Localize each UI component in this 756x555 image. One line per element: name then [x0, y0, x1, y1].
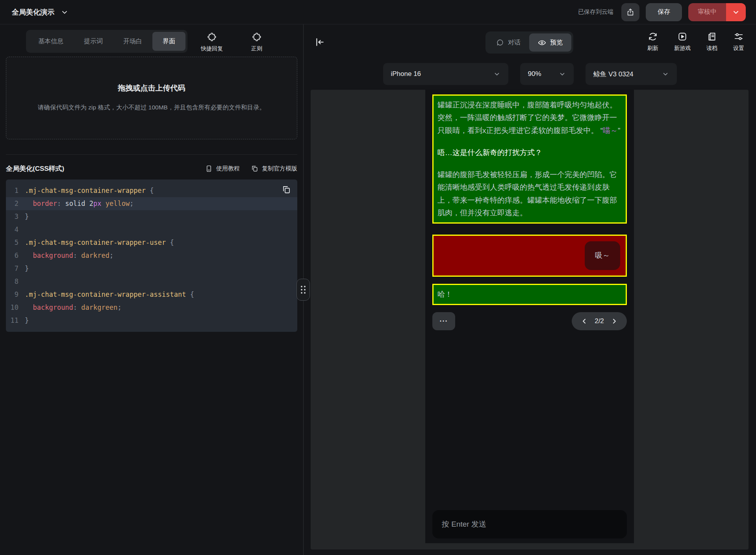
message-paragraph: 罐罐的腹部毛发被轻轻压扁，形成一个完美的凹陷。它能清晰地感受到人类呼吸的热气透过…	[437, 168, 622, 219]
copy-code-button[interactable]	[282, 185, 291, 194]
chevron-down-icon	[559, 70, 566, 78]
mode-chat[interactable]: 对话	[487, 33, 529, 52]
message-paragraph: 哈！	[437, 288, 622, 301]
review-status-label: 审核中	[698, 8, 717, 16]
messages-area: 罐罐正沉浸在深度睡眠中，腹部随着呼吸均匀地起伏。突然，一阵温暖的触感打断了它的美…	[432, 94, 627, 305]
code-line[interactable]: 3}	[6, 210, 297, 223]
code-line[interactable]: 2 border: solid 2px yellow;	[6, 197, 297, 210]
tab-界面[interactable]: 界面	[152, 32, 185, 51]
code-line[interactable]: 1.mj-chat-msg-container-wrapper {	[6, 184, 297, 197]
review-status-split-button[interactable]: 审核中	[688, 3, 746, 21]
tutorial-label: 使用教程	[216, 165, 240, 172]
preview-panel: 对话 预览 刷新	[304, 24, 756, 555]
ellipsis-icon: ...	[439, 315, 448, 324]
save-button[interactable]: 保存	[646, 3, 682, 21]
project-title-menu[interactable]: 全局美化演示	[12, 7, 69, 17]
chat-bubble-icon	[496, 39, 504, 46]
topbar: 全局美化演示 已保存到云端 保存 审核中	[0, 0, 756, 24]
chevron-down-icon	[493, 70, 500, 78]
upload-title: 拖拽或点击上传代码	[118, 83, 185, 93]
message-input-placeholder: 按 Enter 发送	[442, 519, 486, 529]
next-swipe-button[interactable]	[610, 317, 618, 325]
review-status-label-area[interactable]: 审核中	[688, 3, 726, 21]
review-dropdown-button[interactable]	[726, 3, 746, 21]
tab-开场白[interactable]: 开场白	[113, 32, 152, 51]
refresh-label: 刷新	[647, 45, 658, 52]
code-line[interactable]: 6 background: darkred;	[6, 249, 297, 262]
swipe-pager: 2/2	[572, 312, 627, 330]
quick-reply-label: 快捷回复	[201, 45, 223, 52]
code-line[interactable]: 4	[6, 223, 297, 236]
archive-doc-icon	[707, 31, 717, 42]
user-message[interactable]: 吸～	[432, 235, 627, 276]
upload-dropzone[interactable]: 拖拽或点击上传代码 请确保代码文件为 zip 格式，大小不超过 100MB，并且…	[6, 57, 297, 139]
line-number: 11	[6, 314, 25, 327]
device-select-value: iPhone 16	[391, 70, 421, 78]
line-number: 5	[6, 236, 25, 249]
mode-preview-label: 预览	[550, 39, 563, 47]
new-game-button[interactable]: 新游戏	[674, 31, 691, 52]
assistant-message[interactable]: 哈！	[432, 284, 627, 305]
tab-基本信息[interactable]: 基本信息	[28, 32, 74, 51]
line-number: 8	[6, 275, 25, 288]
tutorial-button[interactable]: 使用教程	[205, 165, 240, 172]
code-lines: 1.mj-chat-msg-container-wrapper {2 borde…	[6, 184, 297, 327]
eye-icon	[538, 39, 546, 47]
panel-resize-handle[interactable]	[296, 279, 310, 301]
code-line[interactable]: 11}	[6, 314, 297, 327]
saved-status: 已保存到云端	[578, 8, 613, 16]
code-line[interactable]: 10 background: darkgreen;	[6, 301, 297, 314]
user-message-bubble: 吸～	[585, 241, 620, 270]
chat-log: 罐罐正沉浸在深度睡眠中，腹部随着呼吸均匀地起伏。突然，一阵温暖的触感打断了它的美…	[425, 90, 634, 543]
line-number: 4	[6, 223, 25, 236]
code-line[interactable]: 9.mj-chat-msg-container-wrapper-assistan…	[6, 288, 297, 301]
upload-share-icon	[626, 8, 635, 17]
share-button[interactable]	[621, 3, 639, 21]
page-title: 全局美化演示	[12, 7, 54, 17]
tab-提示词[interactable]: 提示词	[74, 32, 113, 51]
device-select[interactable]: iPhone 16	[383, 63, 508, 85]
model-select-value: 鲸鱼 V3 0324	[593, 70, 634, 79]
line-number: 9	[6, 288, 25, 301]
line-number: 1	[6, 184, 25, 197]
prev-swipe-button[interactable]	[580, 317, 588, 325]
assistant-message[interactable]: 罐罐正沉浸在深度睡眠中，腹部随着呼吸均匀地起伏。突然，一阵温暖的触感打断了它的美…	[432, 94, 627, 224]
collapse-left-icon	[315, 37, 328, 47]
chevron-down-icon	[732, 8, 740, 16]
swipe-page-indicator: 2/2	[595, 317, 604, 325]
zoom-select[interactable]: 90%	[520, 63, 574, 85]
chevron-down-icon	[662, 70, 669, 78]
quick-reply-tool[interactable]: 快捷回复	[191, 30, 232, 52]
collapse-panel-button[interactable]	[315, 37, 328, 47]
line-number: 2	[6, 197, 25, 210]
line-number: 7	[6, 262, 25, 275]
message-paragraph: 唔…这是什么新奇的打扰方式？	[437, 146, 622, 159]
divider	[6, 154, 297, 155]
save-button-label: 保存	[658, 8, 670, 16]
settings-button[interactable]: 设置	[733, 31, 744, 52]
chevron-down-icon	[61, 8, 69, 16]
new-game-label: 新游戏	[674, 45, 691, 52]
refresh-button[interactable]: 刷新	[647, 31, 658, 52]
load-save-label: 读档	[706, 45, 717, 52]
refresh-icon	[648, 31, 658, 42]
mode-preview[interactable]: 预览	[529, 33, 571, 52]
load-save-button[interactable]: 读档	[706, 31, 717, 52]
copy-template-button[interactable]: 复制官方模版	[251, 165, 297, 172]
message-more-button[interactable]: ...	[432, 312, 455, 330]
editor-panel: 基本信息提示词开场白界面 快捷回复 正则 拖拽或点击上传代码 请确保代码文件为 …	[0, 24, 303, 555]
code-line[interactable]: 5.mj-chat-msg-container-wrapper-user {	[6, 236, 297, 249]
line-number: 10	[6, 301, 25, 314]
message-input[interactable]: 按 Enter 发送	[432, 510, 627, 538]
regex-tool[interactable]: 正则	[236, 30, 277, 52]
css-code-editor[interactable]: 1.mj-chat-msg-container-wrapper {2 borde…	[6, 179, 297, 332]
book-icon	[205, 165, 213, 172]
model-select[interactable]: 鲸鱼 V3 0324	[586, 63, 677, 85]
code-line[interactable]: 7}	[6, 262, 297, 275]
left-tabs: 基本信息提示词开场白界面	[26, 30, 187, 53]
upload-subtitle: 请确保代码文件为 zip 格式，大小不超过 100MB，并且包含所有必要的文件和…	[38, 102, 265, 113]
css-section-title: 全局美化(CSS样式)	[6, 164, 64, 173]
drag-dots-icon	[301, 286, 306, 294]
code-line[interactable]: 8	[6, 275, 297, 288]
message-paragraph: 罐罐正沉浸在深度睡眠中，腹部随着呼吸均匀地起伏。突然，一阵温暖的触感打断了它的美…	[437, 99, 622, 137]
